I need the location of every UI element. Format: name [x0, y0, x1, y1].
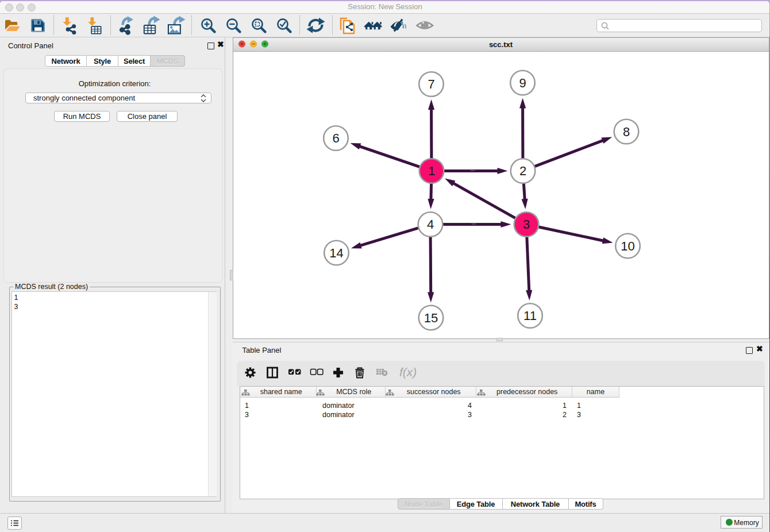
svg-text:11: 11	[523, 309, 537, 323]
svg-text:2: 2	[519, 164, 526, 178]
svg-text:8: 8	[622, 124, 629, 138]
svg-text:6: 6	[332, 131, 339, 145]
svg-text:10: 10	[621, 238, 634, 253]
svg-text:3: 3	[522, 217, 529, 232]
svg-text:7: 7	[428, 77, 434, 91]
svg-text:f(x): f(x)	[399, 365, 417, 379]
svg-text:14: 14	[329, 245, 343, 260]
svg-text:9: 9	[519, 75, 526, 90]
svg-text:15: 15	[424, 310, 437, 325]
svg-text:4: 4	[426, 217, 433, 232]
svg-text:1: 1	[428, 164, 434, 178]
